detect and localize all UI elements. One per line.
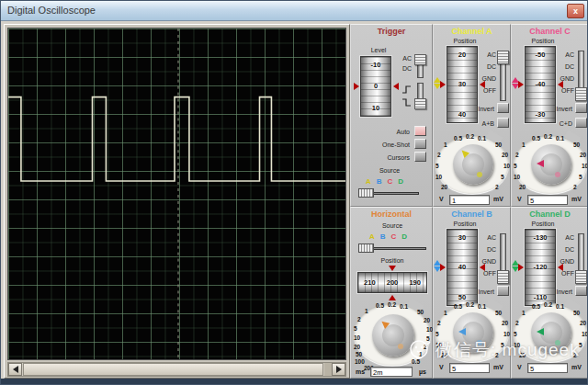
trigger-coupling-switch[interactable]: [417, 54, 424, 78]
scale-number: 50: [573, 142, 580, 148]
display-horizontal-scrollbar[interactable]: [7, 362, 346, 377]
scale-number: 0.5: [376, 302, 384, 309]
dial-value: -10: [361, 61, 390, 69]
channel-b-scale-value[interactable]: 5: [449, 363, 490, 373]
channel-c-sum-button[interactable]: [575, 118, 587, 128]
unit-millivolts: mV: [571, 196, 582, 202]
horizontal-source-slider[interactable]: [358, 243, 426, 253]
scrollbar-track[interactable]: [324, 363, 332, 376]
scale-number: 20: [424, 317, 430, 323]
dial-value: 20: [447, 51, 477, 59]
close-button[interactable]: x: [567, 4, 584, 18]
scale-number: 20: [519, 184, 526, 190]
slider-handle[interactable]: [497, 51, 509, 64]
cursors-button[interactable]: [414, 152, 426, 162]
horizontal-position-dial[interactable]: 210 200 190: [357, 272, 427, 293]
scale-number: 20: [441, 184, 447, 190]
ac-label: AC: [552, 49, 574, 61]
channel-a-scale-value[interactable]: 1: [449, 195, 490, 205]
channel-a-coupling-labels: AC DC GND OFF: [474, 49, 496, 96]
scroll-left-button[interactable]: [8, 363, 22, 376]
dial-value: 30: [447, 80, 477, 88]
sum-label: A+B: [465, 120, 494, 127]
watermark-chick-icon: [407, 337, 431, 363]
channel-c-gain-knob[interactable]: 1 2 5 10 20 0.5 0.2 0.1 50 20 10 5 2 V 5…: [513, 135, 588, 207]
switch-handle[interactable]: [414, 98, 426, 109]
scale-number: 1: [365, 308, 368, 314]
source-label: Source: [371, 167, 408, 174]
watermark-text: 微信号: mcugeek: [435, 338, 580, 362]
timebase-value[interactable]: 2m: [370, 367, 413, 377]
channel-a-gain-knob[interactable]: 1 2 5 10 20 0.5 0.2 0.1 50 20 10 5 2 V 1…: [435, 135, 511, 207]
scale-number: 1: [522, 310, 526, 316]
unit-millivolts: mV: [493, 196, 503, 202]
channel-b-title: Channel B: [434, 209, 510, 219]
channel-b-invert-button[interactable]: [497, 286, 509, 296]
ac-label: AC: [474, 232, 496, 243]
channel-b-coupling-labels: AC DC GND OFF: [474, 232, 496, 279]
scroll-right-button[interactable]: [332, 363, 345, 376]
trigger-source-slider[interactable]: [358, 188, 419, 198]
unit-us: µs: [419, 368, 426, 375]
scale-number: 2: [437, 320, 441, 326]
unit-ms: ms: [356, 368, 365, 375]
cursors-label: Cursors: [356, 154, 410, 161]
trigger-source-letters: A B C D: [366, 177, 403, 186]
channel-c-invert-button[interactable]: [575, 103, 587, 113]
auto-button[interactable]: [414, 126, 426, 136]
knob-pointer-icon: [533, 160, 544, 167]
channel-d-coupling-labels: AC DC GND OFF: [552, 232, 574, 279]
scale-number: 5: [435, 331, 439, 337]
gnd-label: GND: [552, 255, 574, 267]
channel-a-invert-button[interactable]: [497, 103, 509, 113]
channel-d-coupling-slider[interactable]: [578, 233, 584, 284]
window-bottom-edge: [1, 379, 588, 385]
channel-c-coupling-slider[interactable]: [578, 51, 584, 101]
scale-number: 5: [501, 174, 504, 180]
scale-number: 1: [522, 142, 526, 148]
slider-handle[interactable]: [575, 270, 587, 284]
channel-a-sum-button[interactable]: [497, 118, 509, 128]
level-marker-right-icon: [393, 83, 399, 90]
scale-number: 0.1: [556, 135, 564, 142]
scale-number: 0.2: [466, 301, 474, 308]
channel-d-scale-value[interactable]: 5: [527, 363, 568, 373]
scrollbar-thumb[interactable]: [23, 363, 323, 376]
position-label: Position: [374, 257, 411, 264]
scale-number: 5: [579, 174, 582, 180]
channel-d-invert-button[interactable]: [575, 286, 587, 296]
scale-number: 5: [354, 325, 357, 332]
slider-handle[interactable]: [358, 188, 374, 198]
dc-label: DC: [552, 243, 574, 255]
source-a: A: [369, 232, 375, 241]
trigger-edge-switch[interactable]: [417, 83, 424, 109]
switch-handle[interactable]: [414, 54, 426, 65]
window-title: Digital Oscilloscope: [7, 5, 96, 16]
ac-label: AC: [552, 232, 574, 243]
slider-handle[interactable]: [358, 243, 374, 253]
scale-number: 20: [580, 320, 586, 326]
screen-frame: [4, 24, 350, 379]
invert-label: Invert: [543, 289, 572, 295]
channel-c-scale-value[interactable]: 5: [527, 195, 568, 205]
one-shot-button[interactable]: [414, 139, 426, 149]
scale-number: 2: [357, 316, 361, 323]
dial-value: -120: [526, 263, 555, 271]
channel-c-title: Channel C: [512, 27, 588, 36]
dial-value: -50: [526, 51, 555, 59]
position-label: Position: [447, 221, 483, 227]
invert-label: Invert: [543, 106, 572, 112]
channel-b-coupling-slider[interactable]: [500, 233, 506, 284]
control-panel: Trigger Level -10 0 10 AC DC: [350, 24, 588, 379]
dial-value: 190: [409, 278, 421, 287]
scale-number: 10: [582, 331, 588, 337]
channel-a-coupling-slider[interactable]: [500, 51, 506, 101]
scale-number: 10: [514, 174, 520, 180]
scale-number: 10: [582, 163, 588, 169]
trigger-level-dial[interactable]: -10 0 10: [360, 56, 391, 117]
slider-handle[interactable]: [497, 270, 509, 284]
off-label: OFF: [552, 267, 574, 279]
title-bar[interactable]: Digital Oscilloscope x: [1, 1, 588, 21]
slider-handle[interactable]: [575, 87, 587, 101]
knob-pointer-icon: [455, 328, 466, 335]
